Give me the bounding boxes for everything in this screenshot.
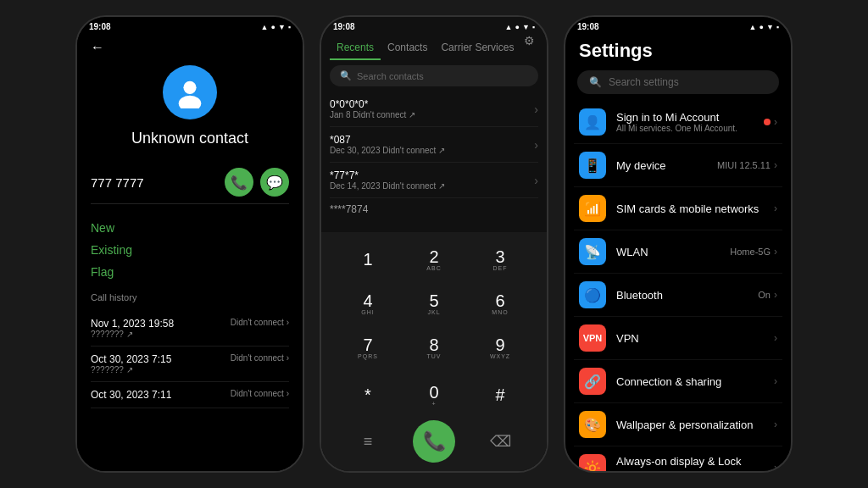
key-star[interactable]: * — [343, 374, 392, 415]
phone-contact: 19:08 ▲ ● ▼ ▪ ← Unknown contact — [75, 15, 304, 473]
call-button[interactable]: 📞 — [225, 168, 253, 197]
call-sub-2: ??????? ↗ — [91, 365, 171, 374]
tab-contacts[interactable]: Contacts — [381, 36, 434, 60]
call-history-label: Call history — [91, 292, 289, 302]
key-5[interactable]: 5JKL — [409, 283, 459, 324]
sim-title: SIM cards & mobile networks — [616, 202, 764, 215]
svg-point-1 — [179, 96, 202, 108]
battery-icon: ▪ — [288, 23, 291, 31]
backspace-button[interactable]: ⌫ — [479, 420, 521, 463]
key-1[interactable]: 1 — [343, 239, 392, 280]
key-6[interactable]: 6MNO — [476, 283, 525, 324]
keypad: 1 2ABC 3DEF 4GHI 5JKL 6MNO 7PQRS 8TUV 9W… — [321, 232, 547, 471]
bluetooth-value: On — [758, 290, 771, 300]
wlan-icon: 📡 — [579, 238, 606, 265]
mi-account-sub: All Mi services. One Mi Account. — [616, 124, 754, 133]
chevron-icon-7: › — [774, 419, 777, 430]
status-icons-2: ▲ ● ▼ ▪ — [505, 23, 535, 31]
flag-option[interactable]: Flag — [91, 265, 289, 279]
settings-item-aod[interactable]: 🔆 Always-on display & Lock screen › — [574, 446, 782, 471]
settings-list: 👤 Sign in to Mi Account All Mi services.… — [565, 101, 791, 471]
voicemail-button[interactable]: ≡ — [347, 420, 389, 463]
keypad-row-3: 7PQRS 8TUV 9WXYZ — [335, 327, 533, 368]
settings-item-vpn[interactable]: VPN VPN › — [574, 317, 782, 360]
contact-content: ← Unknown contact 777 7777 📞 💬 — [77, 33, 303, 471]
bluetooth-icon: ▲ — [261, 23, 269, 31]
key-8[interactable]: 8TUV — [409, 327, 459, 368]
settings-item-wlan[interactable]: 📡 WLAN Home-5G › — [574, 230, 782, 274]
my-device-title: My device — [616, 159, 707, 172]
recent-number-1: 0*0*0*0* — [330, 98, 415, 110]
search-contacts[interactable]: 🔍 Search contacts — [330, 65, 538, 86]
settings-icon[interactable]: ⚙ — [524, 34, 535, 47]
status-time-1: 19:08 — [89, 22, 111, 31]
recent-item-3[interactable]: *77*7* Dec 14, 2023 Didn't connect ↗ › — [330, 163, 538, 198]
new-option[interactable]: New — [91, 221, 289, 235]
signal-icon-2: ● — [515, 23, 519, 31]
recent-date-3: Dec 14, 2023 Didn't connect ↗ — [330, 181, 445, 191]
call-status-2: Didn't connect › — [231, 353, 289, 363]
settings-item-bluetooth[interactable]: 🔵 Bluetooth On › — [574, 274, 782, 317]
recent-arrow-2: › — [534, 138, 538, 152]
search-icon: 🔍 — [340, 70, 352, 81]
key-3[interactable]: 3DEF — [476, 239, 525, 280]
existing-option[interactable]: Existing — [91, 243, 289, 257]
wlan-title: WLAN — [616, 246, 720, 258]
recent-number-3: *77*7* — [330, 169, 445, 181]
recent-number-2: *087 — [330, 134, 445, 146]
status-bar-3: 19:08 ▲ ● ▼ ▪ — [565, 17, 791, 33]
key-9[interactable]: 9WXYZ — [476, 327, 525, 368]
key-7[interactable]: 7PQRS — [343, 327, 392, 368]
recent-item-2[interactable]: *087 Dec 30, 2023 Didn't connect ↗ › — [330, 127, 538, 163]
settings-item-mi-account[interactable]: 👤 Sign in to Mi Account All Mi services.… — [574, 101, 782, 144]
wifi-icon: ▼ — [278, 23, 286, 31]
battery-icon-2: ▪ — [532, 23, 535, 31]
vpn-title: VPN — [616, 332, 764, 345]
settings-item-my-device[interactable]: 📱 My device MIUI 12.5.11 › — [574, 144, 782, 187]
battery-icon-3: ▪ — [776, 23, 779, 31]
chevron-icon-5: › — [774, 332, 777, 344]
settings-item-wallpaper[interactable]: 🎨 Wallpaper & personalization › — [574, 403, 782, 446]
chevron-icon-6: › — [774, 375, 777, 387]
tab-carrier-services[interactable]: Carrier Services — [434, 36, 520, 60]
svg-point-0 — [183, 81, 196, 94]
recent-date-1: Jan 8 Didn't connect ↗ — [330, 110, 415, 119]
keypad-row-1: 1 2ABC 3DEF — [335, 239, 533, 280]
keypad-bottom: * 0+ # — [335, 371, 533, 417]
chevron-icon-3: › — [774, 246, 777, 258]
keypad-actions: ≡ 📞 ⌫ — [335, 417, 533, 464]
wlan-value: Home-5G — [730, 247, 771, 257]
key-hash[interactable]: # — [476, 374, 525, 415]
settings-item-sim[interactable]: 📶 SIM cards & mobile networks › — [574, 187, 782, 230]
wallpaper-icon: 🎨 — [579, 411, 606, 438]
search-placeholder: Search contacts — [357, 71, 424, 81]
notification-dot — [764, 119, 771, 125]
back-button[interactable]: ← — [91, 33, 289, 65]
dialer-tabs: Recents Contacts Carrier Services — [321, 33, 547, 60]
key-2[interactable]: 2ABC — [409, 239, 459, 280]
status-time-3: 19:08 — [577, 22, 599, 31]
tab-recents[interactable]: Recents — [330, 36, 381, 60]
settings-item-connection[interactable]: 🔗 Connection & sharing › — [574, 360, 782, 403]
status-bar-1: 19:08 ▲ ● ▼ ▪ — [77, 17, 303, 33]
call-item-3: Oct 30, 2023 7:11 Didn't connect › — [91, 382, 289, 408]
message-button[interactable]: 💬 — [260, 168, 289, 197]
bluetooth-title: Bluetooth — [616, 289, 748, 302]
chevron-icon-4: › — [774, 289, 777, 301]
mi-account-icon: 👤 — [579, 108, 606, 136]
key-4[interactable]: 4GHI — [343, 283, 392, 324]
settings-search[interactable]: 🔍 Search settings — [577, 70, 779, 94]
phone-settings: 19:08 ▲ ● ▼ ▪ Settings 🔍 Search settings… — [564, 15, 793, 473]
recent-item-1[interactable]: 0*0*0*0* Jan 8 Didn't connect ↗ › — [330, 92, 538, 127]
contact-avatar — [163, 65, 217, 119]
dial-call-button[interactable]: 📞 — [413, 420, 455, 463]
key-0[interactable]: 0+ — [409, 374, 459, 415]
status-time-2: 19:08 — [333, 22, 355, 31]
wifi-icon-3: ▼ — [766, 23, 774, 31]
call-sub-1: ??????? ↗ — [91, 330, 174, 339]
aod-icon: 🔆 — [579, 454, 606, 471]
contact-name: Unknown contact — [91, 130, 289, 147]
recent-arrow-1: › — [534, 103, 538, 116]
bluetooth-settings-icon: 🔵 — [579, 281, 606, 308]
sim-icon: 📶 — [579, 195, 606, 222]
